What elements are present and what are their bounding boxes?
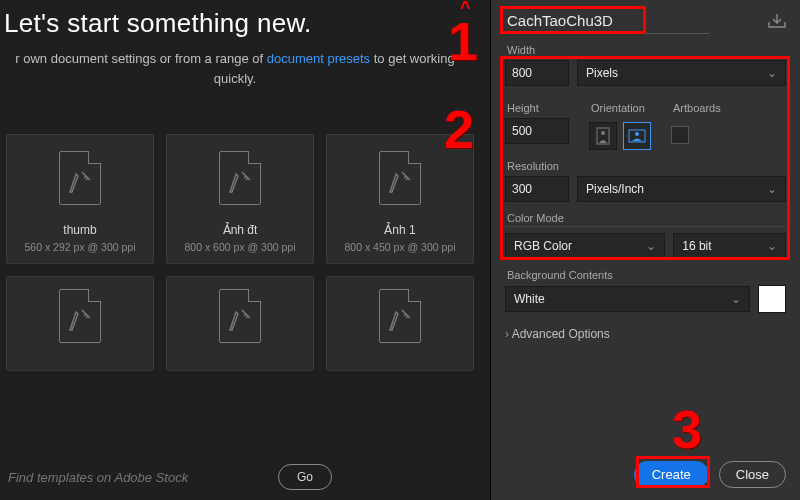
- document-icon: [379, 151, 421, 205]
- background-label: Background Contents: [507, 269, 786, 281]
- pencil-ruler-icon: [68, 308, 92, 332]
- preset-name: thumb: [63, 223, 96, 237]
- subheadline: r own document settings or from a range …: [0, 49, 470, 88]
- svg-point-1: [601, 131, 605, 135]
- svg-point-3: [635, 132, 639, 136]
- document-icon: [219, 151, 261, 205]
- landscape-icon: [628, 129, 646, 143]
- headline: Let's start something new.: [4, 8, 490, 39]
- color-mode-label: Color Mode: [507, 212, 786, 224]
- document-icon: [59, 289, 101, 343]
- pencil-ruler-icon: [388, 170, 412, 194]
- preset-name-input[interactable]: [505, 10, 709, 34]
- preset-card-thumb[interactable]: thumb 560 x 292 px @ 300 ppi: [6, 134, 154, 264]
- chevron-down-icon: ⌄: [767, 182, 777, 196]
- divider: [505, 226, 786, 227]
- preset-name: Ảnh đt: [223, 223, 258, 237]
- stock-search-input[interactable]: [6, 469, 270, 486]
- preset-card-blank-2[interactable]: [166, 276, 314, 371]
- preset-card-blank-3[interactable]: [326, 276, 474, 371]
- resolution-input[interactable]: [505, 176, 569, 202]
- orientation-label: Orientation: [591, 102, 651, 114]
- preset-meta: 800 x 600 px @ 300 ppi: [184, 241, 295, 253]
- document-presets-link[interactable]: document presets: [267, 51, 370, 66]
- background-dropdown[interactable]: White ⌄: [505, 286, 750, 312]
- close-button[interactable]: Close: [719, 461, 786, 488]
- preset-name: Ảnh 1: [384, 223, 415, 237]
- advanced-options-toggle[interactable]: Advanced Options: [505, 327, 786, 341]
- orientation-landscape[interactable]: [623, 122, 651, 150]
- chevron-down-icon: ⌄: [731, 292, 741, 306]
- units-dropdown[interactable]: Pixels ⌄: [577, 60, 786, 86]
- document-icon: [219, 289, 261, 343]
- pencil-ruler-icon: [68, 170, 92, 194]
- resolution-units-value: Pixels/Inch: [586, 182, 644, 196]
- height-label: Height: [507, 102, 569, 114]
- artboards-checkbox[interactable]: [671, 126, 689, 144]
- pencil-ruler-icon: [228, 308, 252, 332]
- chevron-down-icon: ⌄: [767, 239, 777, 253]
- preset-card-blank-1[interactable]: [6, 276, 154, 371]
- units-value: Pixels: [586, 66, 618, 80]
- bit-depth-value: 16 bit: [682, 239, 711, 253]
- subline-text: r own document settings or from a range …: [15, 51, 266, 66]
- bit-depth-dropdown[interactable]: 16 bit ⌄: [673, 233, 786, 259]
- background-swatch[interactable]: [758, 285, 786, 313]
- width-input[interactable]: [505, 60, 569, 86]
- chevron-down-icon: ⌄: [646, 239, 656, 253]
- go-button[interactable]: Go: [278, 464, 332, 490]
- document-icon: [379, 289, 421, 343]
- preset-meta: 800 x 450 px @ 300 ppi: [344, 241, 455, 253]
- preset-card-anh-dt[interactable]: Ảnh đt 800 x 600 px @ 300 ppi: [166, 134, 314, 264]
- chevron-down-icon: ⌄: [767, 66, 777, 80]
- pencil-ruler-icon: [388, 308, 412, 332]
- create-button[interactable]: Create: [634, 461, 709, 488]
- portrait-icon: [596, 127, 610, 145]
- color-mode-dropdown[interactable]: RGB Color ⌄: [505, 233, 665, 259]
- artboards-label: Artboards: [673, 102, 721, 114]
- resolution-label: Resolution: [507, 160, 786, 172]
- preset-card-anh-1[interactable]: Ảnh 1 800 x 450 px @ 300 ppi: [326, 134, 474, 264]
- save-preset-icon[interactable]: [768, 14, 786, 31]
- preset-meta: 560 x 292 px @ 300 ppi: [24, 241, 135, 253]
- height-input[interactable]: [505, 118, 569, 144]
- orientation-portrait[interactable]: [589, 122, 617, 150]
- background-value: White: [514, 292, 545, 306]
- pencil-ruler-icon: [228, 170, 252, 194]
- color-mode-value: RGB Color: [514, 239, 572, 253]
- resolution-units-dropdown[interactable]: Pixels/Inch ⌄: [577, 176, 786, 202]
- scroll-caret-up: ^: [460, 0, 471, 19]
- width-label: Width: [507, 44, 786, 56]
- document-icon: [59, 151, 101, 205]
